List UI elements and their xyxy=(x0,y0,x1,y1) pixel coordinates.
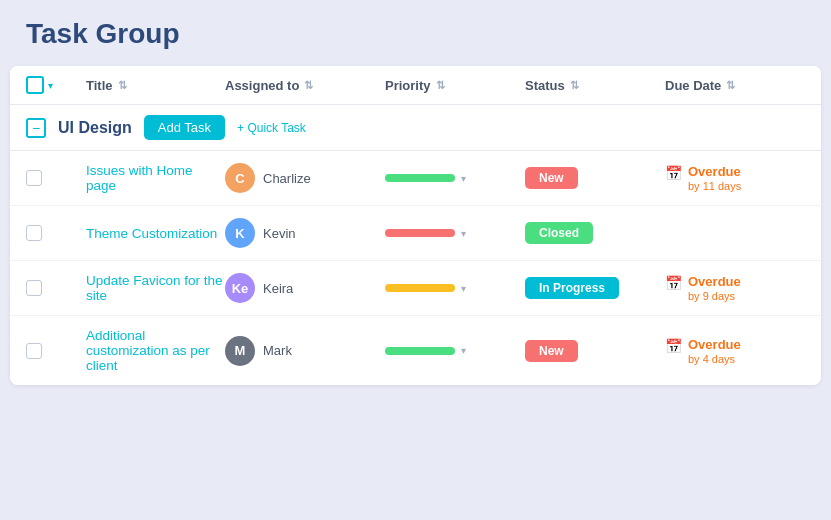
page-title: Task Group xyxy=(26,18,805,50)
due-days-label: by 11 days xyxy=(688,180,741,192)
assignee-name: Charlize xyxy=(263,171,311,186)
task-checkbox[interactable] xyxy=(26,170,42,186)
col-priority: Priority ⇅ xyxy=(385,78,525,93)
status-cell: New xyxy=(525,340,665,362)
group-row: − UI Design Add Task + Quick Task xyxy=(10,105,821,151)
assigned-sort-icon[interactable]: ⇅ xyxy=(304,79,313,92)
assignee-name: Keira xyxy=(263,281,293,296)
calendar-icon: 📅 xyxy=(665,275,682,291)
priority-bar xyxy=(385,229,455,237)
priority-dropdown-arrow[interactable]: ▾ xyxy=(461,283,466,294)
header-checkbox[interactable] xyxy=(26,76,44,94)
assignee-cell: Ke Keira xyxy=(225,273,385,303)
status-cell: Closed xyxy=(525,222,665,244)
due-cell: 📅 Overdue by 4 days xyxy=(665,337,805,365)
priority-dropdown-arrow[interactable]: ▾ xyxy=(461,345,466,356)
due-info: Overdue by 9 days xyxy=(688,274,741,302)
calendar-icon: 📅 xyxy=(665,338,682,354)
col-assigned-to: Assigned to ⇅ xyxy=(225,78,385,93)
due-date-sort-icon[interactable]: ⇅ xyxy=(726,79,735,92)
task-title[interactable]: Issues with Home page xyxy=(86,163,225,193)
task-title[interactable]: Additional customization as per client xyxy=(86,328,225,373)
group-name: UI Design xyxy=(58,119,132,137)
due-info: Overdue by 11 days xyxy=(688,164,741,192)
avatar: C xyxy=(225,163,255,193)
task-checkbox-cell xyxy=(26,225,86,241)
add-task-button[interactable]: Add Task xyxy=(144,115,225,140)
task-row: Additional customization as per client M… xyxy=(10,316,821,385)
avatar: K xyxy=(225,218,255,248)
task-title[interactable]: Update Favicon for the site xyxy=(86,273,225,303)
col-title: Title ⇅ xyxy=(86,78,225,93)
task-row: Update Favicon for the site Ke Keira ▾ I… xyxy=(10,261,821,316)
priority-dropdown-arrow[interactable]: ▾ xyxy=(461,228,466,239)
calendar-icon: 📅 xyxy=(665,165,682,181)
header-checkbox-arrow[interactable]: ▾ xyxy=(48,80,53,91)
priority-bar xyxy=(385,174,455,182)
task-checkbox[interactable] xyxy=(26,280,42,296)
avatar: Ke xyxy=(225,273,255,303)
assignee-name: Kevin xyxy=(263,226,296,241)
status-cell: In Progress xyxy=(525,277,665,299)
task-checkbox-cell xyxy=(26,280,86,296)
due-cell: 📅 Overdue by 9 days xyxy=(665,274,805,302)
due-days-label: by 4 days xyxy=(688,353,741,365)
status-sort-icon[interactable]: ⇅ xyxy=(570,79,579,92)
priority-cell: ▾ xyxy=(385,283,525,294)
due-overdue-label: Overdue xyxy=(688,337,741,352)
title-sort-icon[interactable]: ⇅ xyxy=(118,79,127,92)
col-status: Status ⇅ xyxy=(525,78,665,93)
priority-bar xyxy=(385,347,455,355)
avatar: M xyxy=(225,336,255,366)
col-due-date: Due Date ⇅ xyxy=(665,78,805,93)
assignee-cell: M Mark xyxy=(225,336,385,366)
priority-cell: ▾ xyxy=(385,173,525,184)
status-cell: New xyxy=(525,167,665,189)
task-checkbox-cell xyxy=(26,343,86,359)
page-header: Task Group xyxy=(0,0,831,66)
task-title[interactable]: Theme Customization xyxy=(86,226,225,241)
due-info: Overdue by 4 days xyxy=(688,337,741,365)
priority-sort-icon[interactable]: ⇅ xyxy=(436,79,445,92)
status-badge: New xyxy=(525,167,578,189)
main-content: ▾ Title ⇅ Assigned to ⇅ Priority ⇅ Statu… xyxy=(10,66,821,385)
task-checkbox[interactable] xyxy=(26,225,42,241)
task-row: Issues with Home page C Charlize ▾ New 📅… xyxy=(10,151,821,206)
task-row: Theme Customization K Kevin ▾ Closed xyxy=(10,206,821,261)
assignee-cell: K Kevin xyxy=(225,218,385,248)
priority-cell: ▾ xyxy=(385,345,525,356)
table-header: ▾ Title ⇅ Assigned to ⇅ Priority ⇅ Statu… xyxy=(10,66,821,105)
assignee-cell: C Charlize xyxy=(225,163,385,193)
priority-bar xyxy=(385,284,455,292)
due-cell: 📅 Overdue by 11 days xyxy=(665,164,805,192)
due-overdue-label: Overdue xyxy=(688,164,741,179)
task-checkbox[interactable] xyxy=(26,343,42,359)
checkbox-header-cell: ▾ xyxy=(26,76,86,94)
due-overdue-label: Overdue xyxy=(688,274,741,289)
task-checkbox-cell xyxy=(26,170,86,186)
status-badge: New xyxy=(525,340,578,362)
status-badge: In Progress xyxy=(525,277,619,299)
priority-cell: ▾ xyxy=(385,228,525,239)
assignee-name: Mark xyxy=(263,343,292,358)
quick-task-link[interactable]: + Quick Task xyxy=(237,121,306,135)
status-badge: Closed xyxy=(525,222,593,244)
group-toggle[interactable]: − xyxy=(26,118,46,138)
task-list: Issues with Home page C Charlize ▾ New 📅… xyxy=(10,151,821,385)
priority-dropdown-arrow[interactable]: ▾ xyxy=(461,173,466,184)
due-days-label: by 9 days xyxy=(688,290,741,302)
